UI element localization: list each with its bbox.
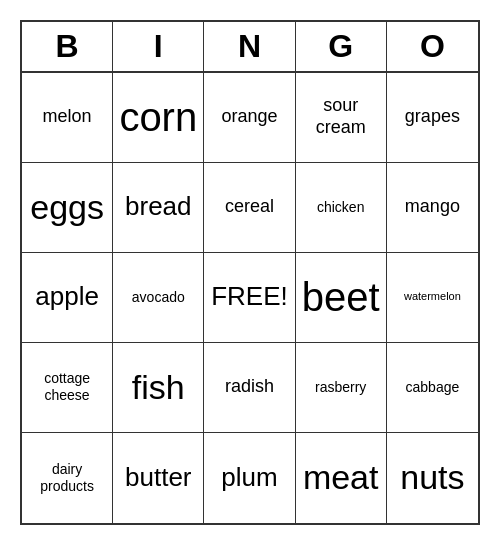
grid-cell: plum [204,433,295,523]
grid-cell: fish [113,343,204,433]
cell-text: FREE! [211,281,288,312]
grid-cell: chicken [296,163,387,253]
cell-text: eggs [30,187,104,228]
cell-text: melon [43,106,92,128]
grid-cell: sourcream [296,73,387,163]
grid-cell: watermelon [387,253,478,343]
cell-text: fish [132,367,185,408]
grid-cell: FREE! [204,253,295,343]
header-letter: G [296,22,387,71]
grid-cell: apple [22,253,113,343]
bingo-grid: meloncornorangesourcreamgrapeseggsbreadc… [22,73,478,523]
cell-text: radish [225,376,274,398]
grid-cell: mango [387,163,478,253]
cell-text: cabbage [406,379,460,396]
grid-cell: rasberry [296,343,387,433]
cell-text: grapes [405,106,460,128]
cell-text: orange [221,106,277,128]
grid-cell: orange [204,73,295,163]
cell-text: cottagecheese [44,370,90,404]
cell-text: dairyproducts [40,461,94,495]
header-letter: N [204,22,295,71]
cell-text: cereal [225,196,274,218]
cell-text: sourcream [316,95,366,138]
cell-text: mango [405,196,460,218]
grid-cell: eggs [22,163,113,253]
cell-text: rasberry [315,379,366,396]
cell-text: meat [303,457,379,498]
grid-cell: radish [204,343,295,433]
cell-text: corn [119,93,197,141]
grid-cell: beet [296,253,387,343]
grid-cell: meat [296,433,387,523]
grid-cell: bread [113,163,204,253]
grid-cell: cereal [204,163,295,253]
grid-cell: cottagecheese [22,343,113,433]
bingo-card: BINGO meloncornorangesourcreamgrapeseggs… [20,20,480,525]
cell-text: plum [221,462,277,493]
grid-cell: nuts [387,433,478,523]
header-letter: B [22,22,113,71]
grid-cell: dairyproducts [22,433,113,523]
header-letter: I [113,22,204,71]
cell-text: butter [125,462,192,493]
grid-cell: cabbage [387,343,478,433]
grid-cell: butter [113,433,204,523]
bingo-header: BINGO [22,22,478,73]
cell-text: avocado [132,289,185,306]
cell-text: watermelon [404,290,461,303]
grid-cell: melon [22,73,113,163]
grid-cell: grapes [387,73,478,163]
grid-cell: corn [113,73,204,163]
cell-text: bread [125,191,192,222]
grid-cell: avocado [113,253,204,343]
header-letter: O [387,22,478,71]
cell-text: apple [35,281,99,312]
cell-text: beet [302,273,380,321]
cell-text: chicken [317,199,364,216]
cell-text: nuts [400,457,464,498]
